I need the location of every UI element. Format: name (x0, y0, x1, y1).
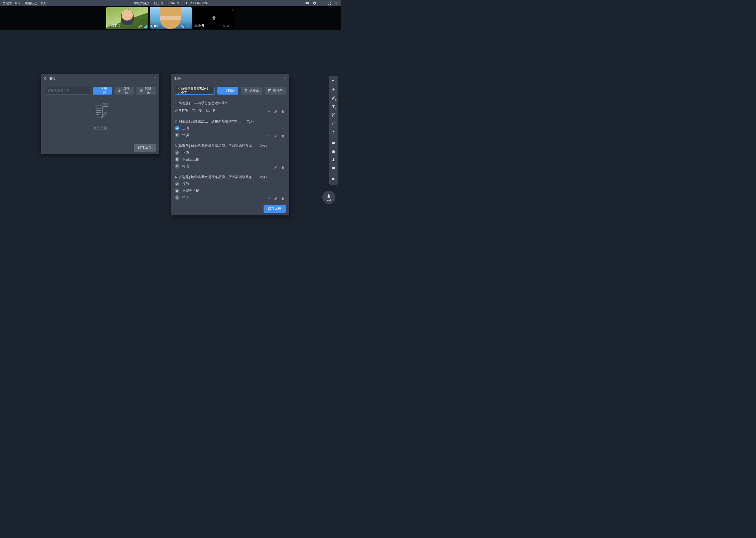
type-judge-button[interactable]: 判断题 (93, 87, 112, 94)
tile-close-icon[interactable]: × (232, 8, 234, 12)
quiz-name-input[interactable] (45, 87, 90, 94)
svg-point-5 (119, 90, 120, 91)
type-choice-button[interactable]: 选择题 (241, 87, 262, 94)
option-text: 不完全正确 (182, 188, 199, 193)
delete-question-icon[interactable] (281, 134, 285, 138)
brightness-tool-icon[interactable] (329, 128, 338, 135)
raise-hand-count: 0/2 (327, 198, 331, 201)
question-option[interactable]: A是的 (175, 182, 285, 186)
video-tile[interactable]: × Nina (150, 7, 192, 29)
move-question-icon[interactable] (267, 166, 271, 169)
move-question-icon[interactable] (267, 110, 271, 114)
option-text: 正确 (182, 150, 189, 155)
svg-point-17 (246, 90, 247, 91)
participant-name: 王小明 (195, 24, 204, 28)
svg-point-15 (107, 105, 107, 105)
settings-icon[interactable] (312, 1, 316, 5)
tile-close-icon[interactable]: × (189, 8, 191, 12)
type-short-button[interactable]: 简答题 (264, 87, 286, 94)
question-option[interactable]: B不完全正确 (175, 188, 285, 193)
option-key: A (175, 182, 179, 186)
elapsed-time: 已上课：02:34:09 (154, 1, 179, 6)
fullscreen-icon[interactable] (327, 1, 331, 5)
participant-name: 叮当老师 (108, 24, 120, 28)
video-tile[interactable]: × 王小明 (193, 7, 235, 29)
edit-question-icon[interactable] (274, 166, 278, 169)
toolbox-icon[interactable] (329, 147, 338, 155)
top-status-bar: 丢包率：0% 网络状态：良好 神秘大自然 已上课：02:34:09 ID：202… (0, 0, 341, 6)
cursor-tool-icon[interactable] (329, 77, 338, 85)
question-option[interactable]: B不完全正确 (175, 157, 285, 162)
delete-question-icon[interactable] (281, 166, 285, 169)
option-key: A (175, 150, 179, 155)
close-window-icon[interactable] (334, 1, 339, 5)
option-text: 不完全正确 (182, 157, 199, 162)
option-text: 错误 (182, 133, 189, 137)
video-strip: 叮当老师 × Nina × 王小明 (0, 6, 341, 30)
close-icon[interactable]: × (154, 76, 156, 81)
session-id: ID：2020070324 (184, 1, 208, 6)
question-list[interactable]: 1 [简答题] 一年四季分别是哪四季? 参考答案：春、夏、秋、冬2 [判断题] … (175, 98, 286, 202)
quiz-name-input[interactable]: 产品说试卷名称最多十六个字 (175, 87, 215, 94)
svg-point-28 (333, 158, 334, 160)
option-key: C (175, 164, 179, 169)
course-title: 神秘大自然 (134, 1, 149, 6)
save-quiz-button[interactable]: 保存试卷 (263, 205, 286, 213)
option-key: B (175, 157, 179, 162)
tool-sidebar (329, 76, 338, 185)
eraser-tool-icon[interactable] (329, 119, 338, 127)
raise-hand-bubble[interactable]: 0/2 (322, 191, 336, 204)
type-judge-button[interactable]: 判断题 (217, 87, 238, 94)
quiz-panel-empty: 测验 × 判断题 选择题 简答题 (41, 74, 159, 154)
option-key: C (175, 195, 179, 200)
edit-question-icon[interactable] (274, 110, 278, 114)
question-item: 4 [多选题] 施华洛世奇是反华品牌，所以梁鼎琪反华。 （2分）A是的B不完全正… (175, 172, 285, 202)
back-button[interactable] (44, 77, 46, 81)
bell-icon[interactable] (329, 176, 338, 183)
edit-question-icon[interactable] (274, 134, 278, 138)
question-title: 4 [多选题] 施华洛世奇是反华品牌，所以梁鼎琪反华。 （2分） (175, 175, 285, 180)
question-option[interactable]: A正确 (175, 150, 285, 155)
camera-icon[interactable] (305, 1, 309, 5)
close-icon[interactable]: × (284, 76, 286, 81)
panel-title: 测验 (49, 76, 55, 81)
move-question-icon[interactable] (267, 197, 271, 200)
question-item: 2 [判断题] 我国宪法上一次更新是在2020年。 （2分）A正确B错误 (175, 116, 285, 141)
svg-point-1 (213, 16, 215, 19)
question-title: 3 [单选题] 施华洛世奇是反华品牌，所以梁鼎琪反华。 （2分） (175, 143, 285, 148)
panel-title: 测验 (174, 76, 181, 81)
scissors-tool-icon[interactable] (329, 111, 338, 119)
mic-level-icon (186, 25, 190, 28)
folder-icon[interactable] (329, 139, 338, 147)
type-short-button[interactable]: 简答题 (136, 87, 156, 94)
svg-rect-26 (332, 150, 335, 153)
type-choice-button[interactable]: 选择题 (115, 87, 134, 94)
option-text: 正确 (182, 126, 189, 131)
question-option[interactable]: A正确 (175, 126, 285, 131)
move-question-icon[interactable] (267, 134, 271, 138)
option-text: 错误 (182, 164, 189, 169)
svg-point-14 (105, 105, 106, 105)
svg-rect-27 (333, 150, 334, 151)
svg-rect-0 (320, 3, 323, 3)
chat-icon[interactable] (329, 164, 338, 172)
svg-point-21 (333, 131, 334, 132)
svg-rect-7 (94, 106, 102, 117)
packet-loss: 丢包率：0% (3, 1, 20, 6)
svg-point-13 (104, 105, 105, 105)
question-title: 2 [判断题] 我国宪法上一次更新是在2020年。 （2分） (175, 119, 285, 124)
video-tile[interactable]: 叮当老师 (106, 7, 148, 29)
text-tool-icon[interactable] (329, 102, 338, 110)
pen-tool-icon[interactable] (329, 94, 338, 102)
move-tool-icon[interactable] (329, 86, 338, 93)
empty-state-text: 暂无试题 (93, 126, 107, 131)
person-icon[interactable] (329, 156, 338, 164)
save-quiz-button[interactable]: 保存试卷 (134, 144, 156, 152)
edit-question-icon[interactable] (274, 197, 278, 200)
question-item: 3 [单选题] 施华洛世奇是反华品牌，所以梁鼎琪反华。 （2分）A正确B不完全正… (175, 141, 285, 172)
delete-question-icon[interactable] (281, 197, 285, 200)
mic-muted-icon (222, 25, 233, 28)
minimize-icon[interactable] (320, 1, 324, 5)
delete-question-icon[interactable] (281, 110, 285, 114)
participant-name: Nina (151, 24, 158, 28)
